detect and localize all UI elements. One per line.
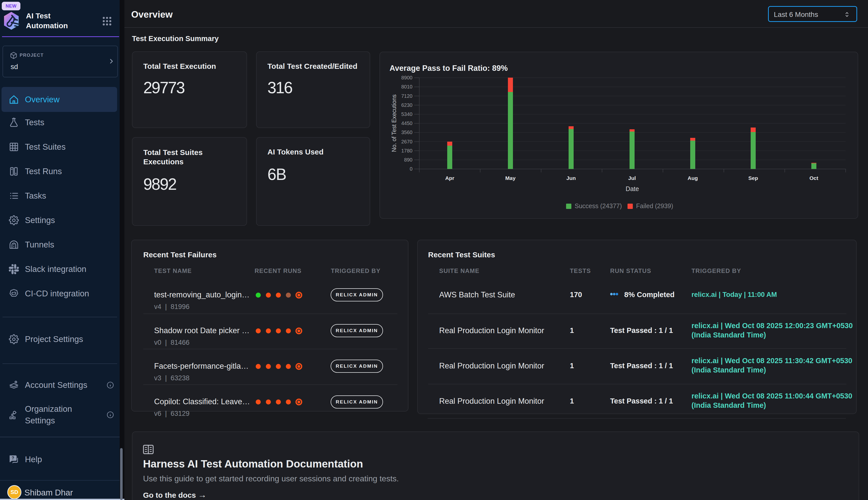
svg-text:8900: 8900 bbox=[401, 75, 413, 80]
svg-text:Sep: Sep bbox=[748, 175, 758, 181]
svg-text:Average Pass to Fail Ratio: 89: Average Pass to Fail Ratio: 89% bbox=[389, 64, 508, 72]
svg-text:6230: 6230 bbox=[401, 102, 413, 108]
svg-text:May: May bbox=[505, 175, 516, 181]
svg-text:4450: 4450 bbox=[401, 121, 413, 126]
svg-text:Success (24377): Success (24377) bbox=[575, 202, 622, 209]
svg-text:2670: 2670 bbox=[401, 139, 413, 145]
svg-text:Aug: Aug bbox=[688, 175, 698, 181]
svg-text:?: ? bbox=[12, 456, 14, 461]
svg-text:890: 890 bbox=[404, 157, 412, 162]
svg-text:Apr: Apr bbox=[445, 175, 454, 181]
svg-text:1780: 1780 bbox=[401, 148, 413, 154]
svg-text:Jun: Jun bbox=[566, 175, 576, 181]
svg-text:8010: 8010 bbox=[401, 84, 413, 90]
svg-text:Date: Date bbox=[626, 185, 639, 192]
svg-text:0: 0 bbox=[410, 166, 412, 172]
svg-text:7120: 7120 bbox=[401, 93, 413, 99]
svg-text:5340: 5340 bbox=[401, 111, 413, 117]
svg-text:Failed (2939): Failed (2939) bbox=[636, 202, 673, 209]
svg-text:No. of Test Executions: No. of Test Executions bbox=[391, 94, 397, 152]
svg-text:Oct: Oct bbox=[809, 175, 818, 181]
svg-text:3560: 3560 bbox=[401, 129, 413, 135]
svg-text:Jul: Jul bbox=[628, 175, 636, 181]
